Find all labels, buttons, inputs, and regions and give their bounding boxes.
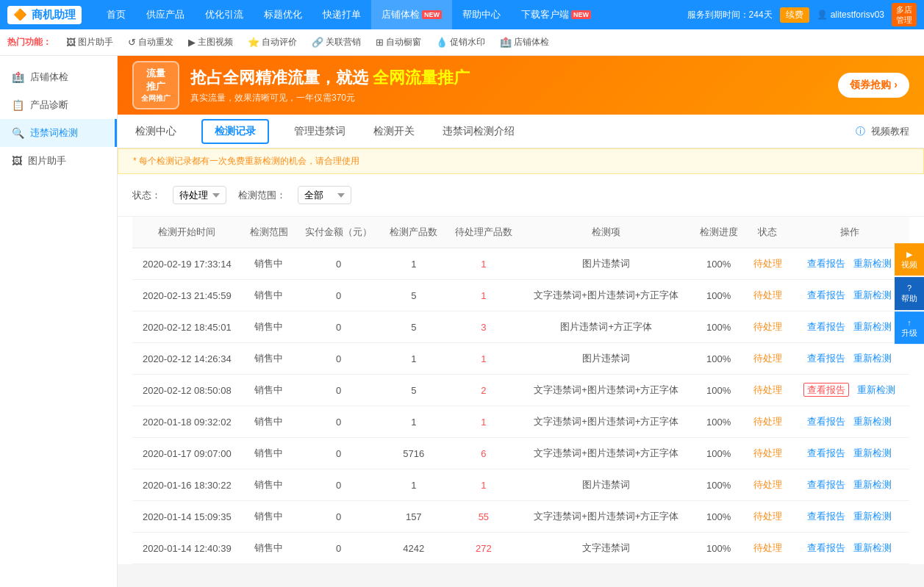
multi-store-button[interactable]: 多店 管理 — [892, 3, 917, 27]
cell-status[interactable]: 待处理 — [746, 406, 790, 438]
renew-button[interactable]: 续费 — [780, 7, 809, 23]
cell-time: 2020-01-16 18:30:22 — [132, 469, 242, 501]
cell-status[interactable]: 待处理 — [746, 248, 790, 280]
cell-progress: 100% — [692, 311, 746, 343]
tab-detect-center[interactable]: 检测中心 — [132, 116, 179, 147]
col-items: 检测项 — [521, 217, 692, 248]
cell-progress: 100% — [692, 438, 746, 469]
cell-progress: 100% — [692, 375, 746, 406]
hotbar-item-resend[interactable]: ↺ 自动重发 — [122, 34, 179, 51]
view-report-link[interactable]: 查看报告 — [807, 353, 845, 364]
hotbar-item-showcase[interactable]: ⊞ 自动橱窗 — [370, 34, 427, 51]
col-pending: 待处理产品数 — [446, 217, 521, 248]
hot-label: 热门功能： — [7, 36, 51, 48]
cell-status[interactable]: 待处理 — [746, 533, 790, 564]
cell-range: 销售中 — [242, 469, 296, 501]
view-report-link[interactable]: 查看报告 — [807, 258, 845, 269]
sidebar-item-store-check[interactable]: 🏥 店铺体检 — [0, 63, 117, 91]
nav-express[interactable]: 快递打单 — [312, 0, 371, 29]
tab-detect-intro[interactable]: 违禁词检测介绍 — [440, 116, 517, 147]
recheck-link[interactable]: 重新检测 — [853, 353, 892, 364]
view-report-link[interactable]: 查看报告 — [807, 542, 845, 553]
cell-status[interactable]: 待处理 — [746, 375, 790, 406]
float-help-button[interactable]: ? 帮助 — [895, 277, 924, 310]
recheck-link[interactable]: 重新检测 — [853, 416, 892, 427]
tab-manage-forbidden[interactable]: 管理违禁词 — [291, 116, 348, 147]
banner-badge: 流量 推广 全网推广 — [132, 61, 179, 109]
cell-time: 2020-02-13 21:45:59 — [132, 280, 242, 311]
sidebar-label-store-check: 店铺体检 — [30, 71, 68, 84]
cell-range: 销售中 — [242, 375, 296, 406]
cell-items: 文字违禁词+图片违禁词+方正字体 — [521, 406, 692, 438]
video-icon: ▶ — [188, 37, 196, 48]
nav-optimize[interactable]: 优化引流 — [195, 0, 254, 29]
range-filter-select[interactable]: 全部 销售中 仓库中 — [298, 186, 351, 204]
tab-detect-switch[interactable]: 检测开关 — [370, 116, 418, 147]
view-report-link[interactable]: 查看报告 — [807, 479, 845, 490]
cell-amount: 0 — [296, 343, 381, 375]
banner: 流量 推广 全网推广 抢占全网精准流量，就选 全网流量推广 真实流量，效果清晰可… — [118, 56, 924, 115]
hotbar-item-review[interactable]: ⭐ 自动评价 — [242, 34, 303, 51]
recheck-link[interactable]: 重新检测 — [853, 511, 892, 522]
cell-items: 图片违禁词+方正字体 — [521, 311, 692, 343]
recheck-link[interactable]: 重新检测 — [853, 258, 892, 269]
float-upgrade-button[interactable]: ↑ 升级 — [895, 311, 924, 345]
info-icon: ⓘ — [856, 125, 865, 138]
nav-store-check[interactable]: 店铺体检 NEW — [371, 0, 452, 29]
cell-status[interactable]: 待处理 — [746, 343, 790, 375]
hotbar-item-store-check[interactable]: 🏥 店铺体检 — [494, 34, 555, 51]
sidebar-item-product-diagnose[interactable]: 📋 产品诊断 — [0, 91, 117, 119]
recheck-link[interactable]: 重新检测 — [857, 384, 895, 395]
cell-product-count: 1 — [382, 248, 446, 280]
user-icon: 👤 — [817, 10, 828, 20]
cell-status[interactable]: 待处理 — [746, 469, 790, 501]
cell-items: 文字违禁词 — [521, 533, 692, 564]
cell-status[interactable]: 待处理 — [746, 311, 790, 343]
cell-amount: 0 — [296, 311, 381, 343]
view-report-link[interactable]: 查看报告 — [807, 511, 845, 522]
resend-icon: ↺ — [128, 37, 136, 48]
view-report-link[interactable]: 查看报告 — [807, 289, 845, 300]
recheck-link[interactable]: 重新检测 — [853, 447, 892, 458]
nav-title-optimize[interactable]: 标题优化 — [254, 0, 312, 29]
banner-coupon-button[interactable]: 领券抢购 › — [838, 73, 909, 98]
recheck-link[interactable]: 重新检测 — [853, 479, 892, 490]
nav-download[interactable]: 下载客户端 NEW — [511, 0, 601, 29]
col-time: 检测开始时间 — [132, 217, 242, 248]
showcase-icon: ⊞ — [376, 37, 384, 48]
view-report-link-highlighted[interactable]: 查看报告 — [803, 383, 849, 397]
cell-items: 文字违禁词+图片违禁词+方正字体 — [521, 501, 692, 533]
nav-help[interactable]: 帮助中心 — [452, 0, 511, 29]
cell-amount: 0 — [296, 375, 381, 406]
recheck-link[interactable]: 重新检测 — [853, 289, 892, 300]
cell-items: 文字违禁词+图片违禁词+方正字体 — [521, 375, 692, 406]
recheck-link[interactable]: 重新检测 — [853, 542, 892, 553]
cell-product-count: 5 — [382, 280, 446, 311]
hotbar-item-watermark[interactable]: 💧 促销水印 — [430, 34, 491, 51]
view-report-link[interactable]: 查看报告 — [807, 447, 845, 458]
table-row: 2020-02-12 08:50:08 销售中 0 5 2 文字违禁词+图片违禁… — [132, 375, 909, 406]
cell-status[interactable]: 待处理 — [746, 501, 790, 533]
app-logo[interactable]: 🔶 商机助理 — [7, 6, 82, 24]
recheck-link[interactable]: 重新检测 — [853, 321, 892, 332]
tab-video-tutorial[interactable]: ⓘ 视频教程 — [856, 125, 909, 138]
sidebar-item-image-helper[interactable]: 🖼 图片助手 — [0, 147, 117, 175]
cell-product-count: 1 — [382, 406, 446, 438]
tab-detect-record[interactable]: 检测记录 — [201, 119, 269, 144]
cell-status[interactable]: 待处理 — [746, 438, 790, 469]
view-report-link[interactable]: 查看报告 — [807, 321, 845, 332]
cell-time: 2020-01-14 15:09:35 — [132, 501, 242, 533]
status-filter-select[interactable]: 待处理 全部 已处理 — [173, 186, 226, 204]
cell-status[interactable]: 待处理 — [746, 280, 790, 311]
nav-home[interactable]: 首页 — [96, 0, 136, 29]
view-report-link[interactable]: 查看报告 — [807, 416, 845, 427]
cell-action: 查看报告 重新检测 — [789, 438, 909, 469]
float-video-button[interactable]: ▶ 视频 — [895, 243, 924, 276]
cell-pending: 2 — [446, 375, 521, 406]
hotbar-item-video[interactable]: ▶ 主图视频 — [182, 34, 239, 51]
nav-supply[interactable]: 供应产品 — [136, 0, 195, 29]
hotbar-item-image[interactable]: 🖼 图片助手 — [60, 34, 119, 51]
sidebar-item-forbidden-word[interactable]: 🔍 违禁词检测 — [0, 119, 117, 147]
float-video-icon: ▶ — [906, 250, 912, 259]
hotbar-item-relate[interactable]: 🔗 关联营销 — [306, 34, 367, 51]
